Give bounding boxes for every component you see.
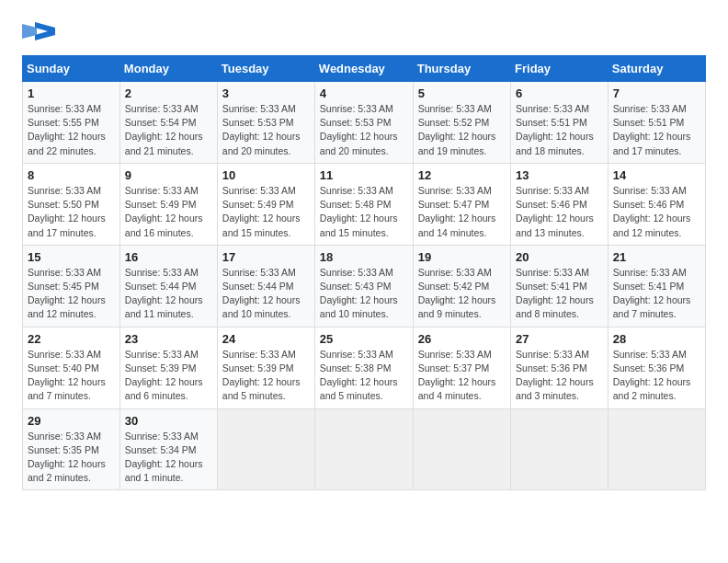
day-number: 27 — [516, 332, 603, 346]
day-info: Sunrise: 5:33 AMSunset: 5:53 PMDaylight:… — [320, 103, 398, 156]
day-number: 17 — [222, 250, 310, 264]
empty-day-cell — [314, 408, 413, 490]
day-info: Sunrise: 5:33 AMSunset: 5:44 PMDaylight:… — [222, 267, 301, 320]
day-info: Sunrise: 5:33 AMSunset: 5:36 PMDaylight:… — [516, 349, 594, 402]
day-number: 6 — [516, 86, 603, 100]
day-cell: 24 Sunrise: 5:33 AMSunset: 5:39 PMDaylig… — [217, 327, 314, 408]
day-info: Sunrise: 5:33 AMSunset: 5:37 PMDaylight:… — [418, 349, 496, 402]
day-info: Sunrise: 5:33 AMSunset: 5:46 PMDaylight:… — [613, 185, 691, 238]
day-info: Sunrise: 5:33 AMSunset: 5:47 PMDaylight:… — [418, 185, 496, 238]
day-of-week-header: Thursday — [413, 56, 510, 82]
calendar-week-row: 1 Sunrise: 5:33 AMSunset: 5:55 PMDayligh… — [23, 82, 706, 164]
day-info: Sunrise: 5:33 AMSunset: 5:41 PMDaylight:… — [613, 267, 691, 320]
logo-icon — [22, 18, 55, 44]
day-cell: 5 Sunrise: 5:33 AMSunset: 5:52 PMDayligh… — [413, 82, 510, 164]
day-of-week-header: Sunday — [23, 56, 120, 82]
day-info: Sunrise: 5:33 AMSunset: 5:51 PMDaylight:… — [613, 103, 691, 156]
empty-day-cell — [608, 408, 705, 490]
calendar-week-row: 29 Sunrise: 5:33 AMSunset: 5:35 PMDaylig… — [23, 408, 706, 490]
day-number: 20 — [516, 250, 603, 264]
day-cell: 26 Sunrise: 5:33 AMSunset: 5:37 PMDaylig… — [413, 327, 510, 408]
day-cell: 21 Sunrise: 5:33 AMSunset: 5:41 PMDaylig… — [608, 245, 705, 327]
day-cell: 3 Sunrise: 5:33 AMSunset: 5:53 PMDayligh… — [217, 82, 314, 164]
day-cell: 6 Sunrise: 5:33 AMSunset: 5:51 PMDayligh… — [511, 82, 609, 164]
day-cell: 10 Sunrise: 5:33 AMSunset: 5:49 PMDaylig… — [217, 163, 314, 245]
day-info: Sunrise: 5:33 AMSunset: 5:52 PMDaylight:… — [418, 103, 496, 156]
day-cell: 17 Sunrise: 5:33 AMSunset: 5:44 PMDaylig… — [217, 245, 314, 327]
day-number: 28 — [613, 332, 700, 346]
empty-day-cell — [413, 408, 510, 490]
empty-day-cell — [217, 408, 314, 490]
day-number: 14 — [613, 168, 700, 182]
logo — [22, 18, 59, 44]
day-cell: 2 Sunrise: 5:33 AMSunset: 5:54 PMDayligh… — [119, 82, 217, 164]
day-of-week-header: Tuesday — [217, 56, 314, 82]
day-info: Sunrise: 5:33 AMSunset: 5:39 PMDaylight:… — [125, 349, 203, 402]
day-info: Sunrise: 5:33 AMSunset: 5:49 PMDaylight:… — [222, 185, 301, 238]
day-number: 24 — [222, 332, 310, 346]
calendar-week-row: 15 Sunrise: 5:33 AMSunset: 5:45 PMDaylig… — [23, 245, 706, 327]
day-cell: 4 Sunrise: 5:33 AMSunset: 5:53 PMDayligh… — [314, 82, 413, 164]
day-cell: 8 Sunrise: 5:33 AMSunset: 5:50 PMDayligh… — [23, 163, 120, 245]
day-number: 29 — [28, 414, 115, 428]
day-cell: 25 Sunrise: 5:33 AMSunset: 5:38 PMDaylig… — [314, 327, 413, 408]
day-cell: 22 Sunrise: 5:33 AMSunset: 5:40 PMDaylig… — [23, 327, 120, 408]
day-info: Sunrise: 5:33 AMSunset: 5:54 PMDaylight:… — [125, 103, 203, 156]
empty-day-cell — [511, 408, 609, 490]
day-number: 12 — [418, 168, 506, 182]
day-cell: 14 Sunrise: 5:33 AMSunset: 5:46 PMDaylig… — [608, 163, 705, 245]
day-of-week-header: Saturday — [608, 56, 705, 82]
day-info: Sunrise: 5:33 AMSunset: 5:42 PMDaylight:… — [418, 267, 496, 320]
day-info: Sunrise: 5:33 AMSunset: 5:38 PMDaylight:… — [320, 349, 398, 402]
day-number: 19 — [418, 250, 506, 264]
day-number: 1 — [28, 86, 115, 100]
day-info: Sunrise: 5:33 AMSunset: 5:39 PMDaylight:… — [222, 349, 301, 402]
day-cell: 7 Sunrise: 5:33 AMSunset: 5:51 PMDayligh… — [608, 82, 705, 164]
day-number: 26 — [418, 332, 506, 346]
day-number: 16 — [125, 250, 212, 264]
day-info: Sunrise: 5:33 AMSunset: 5:49 PMDaylight:… — [125, 185, 203, 238]
day-info: Sunrise: 5:33 AMSunset: 5:35 PMDaylight:… — [28, 431, 106, 484]
day-of-week-header: Monday — [119, 56, 217, 82]
day-info: Sunrise: 5:33 AMSunset: 5:36 PMDaylight:… — [613, 349, 691, 402]
day-cell: 20 Sunrise: 5:33 AMSunset: 5:41 PMDaylig… — [511, 245, 609, 327]
day-number: 4 — [320, 86, 408, 100]
day-info: Sunrise: 5:33 AMSunset: 5:43 PMDaylight:… — [320, 267, 398, 320]
day-number: 15 — [28, 250, 115, 264]
day-info: Sunrise: 5:33 AMSunset: 5:55 PMDaylight:… — [28, 103, 106, 156]
day-cell: 9 Sunrise: 5:33 AMSunset: 5:49 PMDayligh… — [119, 163, 217, 245]
calendar-week-row: 22 Sunrise: 5:33 AMSunset: 5:40 PMDaylig… — [23, 327, 706, 408]
day-number: 13 — [516, 168, 603, 182]
day-number: 25 — [320, 332, 408, 346]
day-cell: 19 Sunrise: 5:33 AMSunset: 5:42 PMDaylig… — [413, 245, 510, 327]
day-number: 9 — [125, 168, 212, 182]
day-info: Sunrise: 5:33 AMSunset: 5:41 PMDaylight:… — [516, 267, 594, 320]
day-info: Sunrise: 5:33 AMSunset: 5:53 PMDaylight:… — [222, 103, 301, 156]
day-number: 10 — [222, 168, 310, 182]
calendar-header-row: SundayMondayTuesdayWednesdayThursdayFrid… — [23, 56, 706, 82]
day-number: 5 — [418, 86, 506, 100]
page-header — [22, 18, 706, 44]
day-cell: 28 Sunrise: 5:33 AMSunset: 5:36 PMDaylig… — [608, 327, 705, 408]
day-info: Sunrise: 5:33 AMSunset: 5:34 PMDaylight:… — [125, 431, 203, 484]
day-info: Sunrise: 5:33 AMSunset: 5:46 PMDaylight:… — [516, 185, 594, 238]
day-cell: 18 Sunrise: 5:33 AMSunset: 5:43 PMDaylig… — [314, 245, 413, 327]
day-number: 18 — [320, 250, 408, 264]
day-number: 8 — [28, 168, 115, 182]
day-cell: 29 Sunrise: 5:33 AMSunset: 5:35 PMDaylig… — [23, 408, 120, 490]
day-number: 7 — [613, 86, 700, 100]
day-cell: 30 Sunrise: 5:33 AMSunset: 5:34 PMDaylig… — [119, 408, 217, 490]
day-info: Sunrise: 5:33 AMSunset: 5:45 PMDaylight:… — [28, 267, 106, 320]
day-cell: 12 Sunrise: 5:33 AMSunset: 5:47 PMDaylig… — [413, 163, 510, 245]
calendar-table: SundayMondayTuesdayWednesdayThursdayFrid… — [22, 55, 706, 490]
day-of-week-header: Wednesday — [314, 56, 413, 82]
day-number: 11 — [320, 168, 408, 182]
day-info: Sunrise: 5:33 AMSunset: 5:50 PMDaylight:… — [28, 185, 106, 238]
day-info: Sunrise: 5:33 AMSunset: 5:48 PMDaylight:… — [320, 185, 398, 238]
day-cell: 15 Sunrise: 5:33 AMSunset: 5:45 PMDaylig… — [23, 245, 120, 327]
day-info: Sunrise: 5:33 AMSunset: 5:44 PMDaylight:… — [125, 267, 203, 320]
day-info: Sunrise: 5:33 AMSunset: 5:51 PMDaylight:… — [516, 103, 594, 156]
day-of-week-header: Friday — [511, 56, 609, 82]
day-number: 22 — [28, 332, 115, 346]
day-cell: 16 Sunrise: 5:33 AMSunset: 5:44 PMDaylig… — [119, 245, 217, 327]
